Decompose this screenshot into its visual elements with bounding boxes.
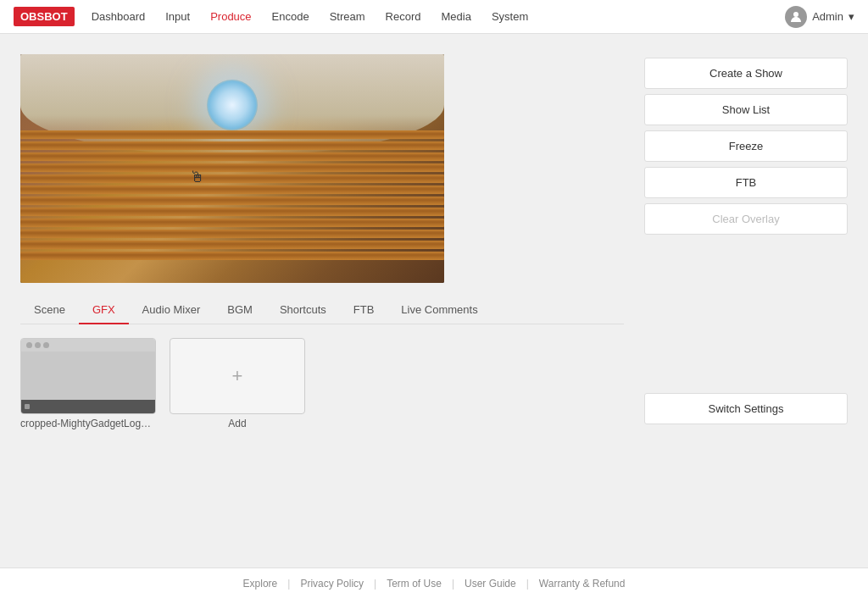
blind-slat (20, 141, 444, 150)
nav-produce[interactable]: Produce (210, 10, 251, 23)
show-list-button[interactable]: Show List (644, 94, 848, 125)
video-background: 🖱 (20, 54, 444, 283)
user-label: Admin (812, 10, 843, 23)
blind-slat (20, 130, 444, 139)
gfx-dot (26, 342, 32, 348)
blind-slat (20, 208, 444, 216)
blind-slat (20, 185, 444, 194)
blind-slat (20, 219, 444, 227)
user-menu[interactable]: Admin ▾ (785, 6, 854, 28)
gfx-card-footer (21, 400, 155, 413)
nav-media[interactable]: Media (442, 10, 471, 23)
spacer (644, 240, 848, 393)
gfx-dot (43, 342, 49, 348)
chevron-down-icon: ▾ (849, 10, 854, 23)
tab-ftb[interactable]: FTB (340, 296, 388, 324)
gfx-add-card[interactable]: + (170, 338, 305, 414)
main-content: 🖱 Scene GFX Audio Mixer BGM Shortcuts FT… (0, 34, 868, 450)
blind-slat (20, 241, 444, 249)
tab-shortcuts[interactable]: Shortcuts (266, 296, 340, 324)
blinds (20, 130, 444, 283)
blind-slat (20, 230, 444, 238)
tabs-row: Scene GFX Audio Mixer BGM Shortcuts FTB … (20, 296, 624, 324)
gfx-footer-dot (25, 404, 30, 409)
brand-logo: OBSBOT (14, 7, 75, 26)
nav-input[interactable]: Input (165, 10, 190, 23)
nav-system[interactable]: System (492, 10, 528, 23)
cursor-icon: 🖱 (190, 169, 207, 185)
gfx-content: cropped-MightyGadgetLogo-... + Add (20, 338, 624, 429)
blind-slat (20, 174, 444, 183)
gfx-dot (35, 342, 41, 348)
tab-audio-mixer[interactable]: Audio Mixer (129, 296, 214, 324)
tab-bgm[interactable]: BGM (214, 296, 266, 324)
tab-gfx[interactable]: GFX (79, 296, 129, 324)
switch-settings-button[interactable]: Switch Settings (644, 393, 848, 424)
gfx-card-header (21, 339, 155, 352)
create-show-button[interactable]: Create a Show (644, 58, 848, 89)
plus-icon: + (232, 365, 243, 387)
blind-slat (20, 197, 444, 205)
tab-scene[interactable]: Scene (20, 296, 79, 324)
ftb-button[interactable]: FTB (644, 167, 848, 198)
freeze-button[interactable]: Freeze (644, 130, 848, 162)
navbar: OBSBOT Dashboard Input Produce Encode St… (0, 0, 868, 34)
right-panel: Create a Show Show List Freeze FTB Clear… (644, 54, 848, 429)
gfx-item-label: cropped-MightyGadgetLogo-... (20, 418, 156, 429)
gfx-add-wrapper: + Add (170, 338, 305, 429)
left-panel: 🖱 Scene GFX Audio Mixer BGM Shortcuts FT… (20, 54, 624, 429)
nav-dashboard[interactable]: Dashboard (92, 10, 146, 23)
nav-links: Dashboard Input Produce Encode Stream Re… (92, 10, 786, 23)
nav-encode[interactable]: Encode (272, 10, 309, 23)
gfx-card[interactable] (20, 338, 156, 414)
tab-live-comments[interactable]: Live Comments (387, 296, 491, 324)
ceiling-light (207, 80, 258, 130)
gfx-add-label: Add (170, 418, 305, 429)
blind-slat (20, 152, 444, 161)
nav-record[interactable]: Record (386, 10, 421, 23)
nav-stream[interactable]: Stream (330, 10, 365, 23)
gfx-item-wrapper: cropped-MightyGadgetLogo-... (20, 338, 156, 429)
gfx-card-body (21, 352, 155, 400)
blind-slat (20, 252, 444, 260)
video-preview: 🖱 (20, 54, 444, 283)
svg-point-0 (793, 12, 798, 17)
avatar (785, 6, 807, 28)
blind-slat (20, 163, 444, 172)
clear-overlay-button[interactable]: Clear Overlay (644, 203, 848, 235)
